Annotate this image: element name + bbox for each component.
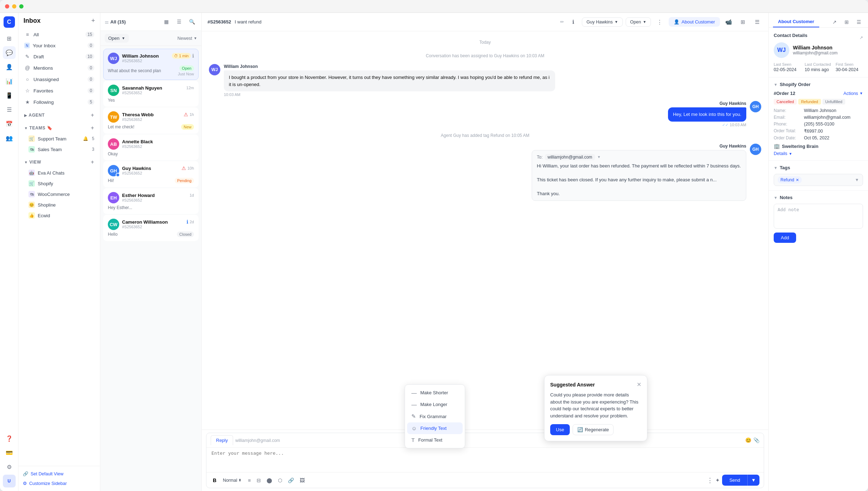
add-view-button[interactable]: + bbox=[91, 159, 94, 165]
send-button[interactable]: Send bbox=[722, 475, 747, 486]
link-icon[interactable]: 🔗 bbox=[286, 476, 296, 484]
conv-item-savannah[interactable]: SN Savannah Nguyen 12m #S2563652 Yes bbox=[103, 81, 199, 107]
text-format-button[interactable]: Normal ⬍ bbox=[220, 476, 244, 484]
add-inbox-button[interactable]: + bbox=[91, 17, 95, 25]
customize-sidebar-link[interactable]: ⚙ Customize Sidebar bbox=[23, 479, 96, 487]
nav-whatsapp-icon[interactable]: 📱 bbox=[3, 89, 16, 102]
help-icon[interactable]: ❓ bbox=[3, 432, 16, 445]
sidebar-item-favorites[interactable]: ☆ Favorites 0 bbox=[21, 85, 97, 96]
nav-list-icon[interactable]: ☰ bbox=[3, 103, 16, 116]
sidebar-item-your-inbox[interactable]: N Your Inbox 0 bbox=[21, 40, 97, 51]
magic-icon[interactable]: ✦ bbox=[715, 477, 720, 484]
video-icon[interactable]: 📹 bbox=[723, 16, 734, 28]
make-longer-option[interactable]: — Make Longer bbox=[407, 399, 463, 410]
order-actions-button[interactable]: Actions ▼ bbox=[843, 91, 863, 96]
expand-icon[interactable]: ↗ bbox=[830, 17, 840, 27]
indent-icon[interactable]: ⬤ bbox=[264, 476, 274, 484]
info-icon[interactable]: ℹ bbox=[192, 53, 194, 59]
assignee-button[interactable]: Guy Hawkins ▼ bbox=[582, 17, 623, 27]
add-note-button[interactable]: Add bbox=[774, 233, 796, 243]
help-circle-icon[interactable]: ℹ bbox=[568, 16, 579, 28]
sidebar-item-following[interactable]: ★ Following 5 bbox=[21, 96, 97, 108]
image-icon[interactable]: 🖼 bbox=[298, 476, 307, 484]
view-section-header[interactable]: ▼ View + bbox=[21, 157, 97, 167]
minimize-button[interactable] bbox=[12, 4, 16, 9]
outdent-icon[interactable]: ⬡ bbox=[276, 476, 284, 484]
reply-input[interactable] bbox=[211, 450, 759, 468]
sidebar-item-mentions[interactable]: @ Mentions 0 bbox=[21, 62, 97, 74]
sidebar-toggle-icon[interactable]: ☰ bbox=[751, 16, 763, 28]
tags-toggle[interactable]: ▼ Tags bbox=[774, 165, 863, 170]
edit-subject-icon[interactable]: ✏ bbox=[560, 19, 564, 25]
sidebar-item-woocommerce[interactable]: 🛍 WooCommerce bbox=[21, 189, 97, 199]
conv-item-cameron[interactable]: CW Cameron Williamson ℹ 2d #S2563652 bbox=[103, 215, 199, 241]
sidebar-item-eva-ai[interactable]: 🤖 Eva AI Chats bbox=[21, 167, 97, 178]
user-avatar-icon[interactable]: U bbox=[3, 475, 16, 487]
nav-contacts-icon[interactable]: 👤 bbox=[3, 60, 16, 73]
fix-grammar-option[interactable]: ✎ Fix Grammar bbox=[407, 410, 463, 422]
email-recipient[interactable]: williamjohn@gmail.com bbox=[545, 154, 595, 160]
about-customer-tab[interactable]: About Customer bbox=[773, 16, 819, 27]
conv-item-theresa[interactable]: TW Theresa Webb ⚠ 1h #S2563652 bbox=[103, 107, 199, 134]
notes-input[interactable] bbox=[774, 204, 863, 229]
attachment-icon[interactable]: 📎 bbox=[753, 437, 759, 443]
emoji-icon[interactable]: 😊 bbox=[745, 437, 751, 443]
details-link[interactable]: Details ▼ bbox=[774, 151, 863, 156]
settings-icon[interactable]: ⚙ bbox=[3, 460, 16, 473]
sidebar-item-support-team[interactable]: 🛒 Support Team 🔔 5 bbox=[21, 133, 97, 144]
conv-item-annette[interactable]: AB Annette Black #S2563652 Okay bbox=[103, 134, 199, 160]
layout-grid-button[interactable]: ▦ bbox=[161, 16, 172, 27]
nav-inbox-icon[interactable]: 💬 bbox=[3, 46, 16, 59]
sidebar-item-sales-team[interactable]: 🛍 Sales Team 3 bbox=[21, 144, 97, 155]
notes-toggle[interactable]: ▼ Notes bbox=[774, 195, 863, 200]
numbered-list-icon[interactable]: ⊟ bbox=[254, 476, 263, 484]
billing-icon[interactable]: 💳 bbox=[3, 446, 16, 459]
reply-tab[interactable]: Reply bbox=[211, 435, 233, 445]
add-agent-button[interactable]: + bbox=[91, 112, 94, 118]
bold-button[interactable]: B bbox=[211, 476, 219, 484]
sidebar-item-shopify[interactable]: 🛒 Shopify bbox=[21, 178, 97, 189]
conv-item-esther[interactable]: EH Esther Howard 1d #S2563652 Hey Esther… bbox=[103, 188, 199, 214]
tag-dropdown-arrow-icon[interactable]: ▼ bbox=[855, 177, 859, 182]
bullet-list-icon[interactable]: ≡ bbox=[246, 476, 253, 484]
status-filter-button[interactable]: Open ▼ bbox=[105, 34, 129, 43]
search-button[interactable]: 🔍 bbox=[186, 16, 197, 27]
status-button[interactable]: Open ▼ bbox=[626, 17, 651, 27]
set-default-view-link[interactable]: 🔗 Set Default View bbox=[23, 470, 96, 478]
sidebar-item-all[interactable]: ≡ All 15 bbox=[21, 29, 97, 40]
agent-section-header[interactable]: ▶ Agent + bbox=[21, 110, 97, 121]
email-dropdown-icon[interactable]: ▼ bbox=[597, 155, 601, 159]
layout-list-button[interactable]: ☰ bbox=[174, 16, 184, 27]
make-shorter-option[interactable]: — Make Shorter bbox=[407, 387, 463, 399]
layout-icon[interactable]: ⚌ bbox=[105, 19, 109, 25]
sidebar-item-ecwid[interactable]: 👍 Ecwid bbox=[21, 210, 97, 221]
teams-section-header[interactable]: ▼ Teams 🔖 + bbox=[21, 123, 97, 133]
teams-bookmark-icon[interactable]: 🔖 bbox=[47, 126, 53, 130]
add-team-button[interactable]: + bbox=[91, 125, 94, 131]
sidebar-item-shopline[interactable]: 😊 Shopline bbox=[21, 199, 97, 210]
menu-sidebar-icon[interactable]: ☰ bbox=[854, 17, 864, 27]
maximize-button[interactable] bbox=[19, 4, 23, 9]
send-dropdown-button[interactable]: ▼ bbox=[747, 475, 759, 486]
friendly-text-option[interactable]: ☺ Friendly Text bbox=[407, 422, 463, 434]
about-customer-button[interactable]: 👤 About Customer bbox=[669, 17, 720, 27]
suggested-close-button[interactable]: ✕ bbox=[637, 381, 641, 388]
conv-item-william[interactable]: WJ William Johnson ⏱ 1 min ℹ #S2563652 bbox=[103, 49, 199, 80]
regenerate-button[interactable]: 🔄 Regenerate bbox=[573, 424, 614, 435]
sidebar-item-unassigned[interactable]: ○ Unassigned 0 bbox=[21, 74, 97, 85]
sort-button[interactable]: Newest ▼ bbox=[177, 36, 197, 41]
external-link-icon[interactable]: ↗ bbox=[859, 35, 863, 40]
remove-refund-tag-button[interactable]: ✕ bbox=[796, 178, 799, 182]
apps-icon[interactable]: ⊞ bbox=[737, 16, 748, 28]
sidebar-item-draft[interactable]: ✎ Draft 10 bbox=[21, 51, 97, 62]
nav-reports-icon[interactable]: 📊 bbox=[3, 75, 16, 87]
use-suggestion-button[interactable]: Use bbox=[550, 424, 570, 435]
nav-team-icon[interactable]: 👥 bbox=[3, 132, 16, 144]
options-icon[interactable]: ⋮ bbox=[707, 476, 713, 484]
nav-calendar-icon[interactable]: 📅 bbox=[3, 117, 16, 130]
grid-sidebar-icon[interactable]: ⊞ bbox=[842, 17, 852, 27]
shopify-toggle[interactable]: ▼ Shopify Order bbox=[774, 82, 863, 87]
nav-grid-icon[interactable]: ⊞ bbox=[3, 32, 16, 45]
conv-item-guy[interactable]: GH Guy Hawkins ⚠ 10h #S256365 bbox=[103, 161, 199, 187]
formal-text-option[interactable]: T Formal Text bbox=[407, 434, 463, 446]
